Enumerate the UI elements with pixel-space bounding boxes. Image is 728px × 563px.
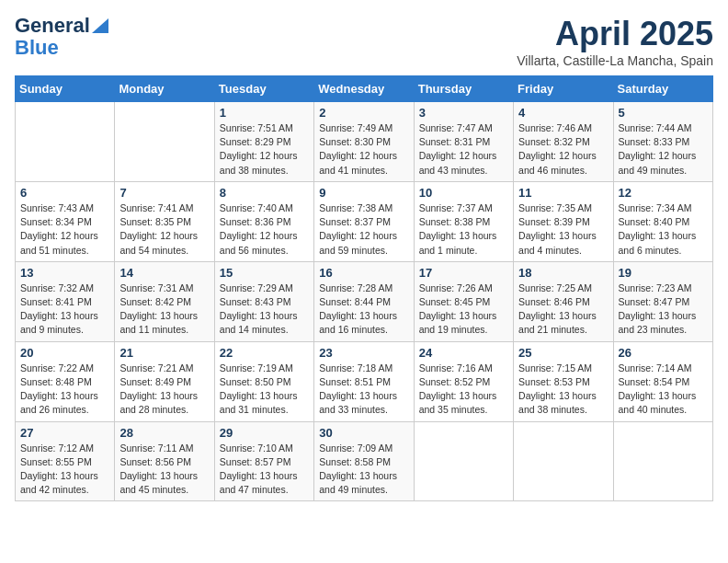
day-info: Sunrise: 7:47 AM Sunset: 8:31 PM Dayligh… <box>419 121 508 178</box>
calendar-cell: 19Sunrise: 7:23 AM Sunset: 8:47 PM Dayli… <box>613 261 712 341</box>
day-number: 26 <box>619 346 708 360</box>
calendar-cell: 18Sunrise: 7:25 AM Sunset: 8:46 PM Dayli… <box>514 261 613 341</box>
calendar-cell: 9Sunrise: 7:38 AM Sunset: 8:37 PM Daylig… <box>314 181 414 261</box>
calendar-cell: 3Sunrise: 7:47 AM Sunset: 8:31 PM Daylig… <box>414 102 513 182</box>
calendar-cell: 25Sunrise: 7:15 AM Sunset: 8:53 PM Dayli… <box>514 341 613 421</box>
day-number: 2 <box>319 106 408 120</box>
svg-marker-0 <box>92 18 108 33</box>
day-number: 19 <box>619 266 708 280</box>
col-header-monday: Monday <box>115 76 214 102</box>
calendar-cell: 2Sunrise: 7:49 AM Sunset: 8:30 PM Daylig… <box>314 102 414 182</box>
calendar-cell: 8Sunrise: 7:40 AM Sunset: 8:36 PM Daylig… <box>214 181 313 261</box>
day-number: 27 <box>20 426 109 440</box>
day-number: 14 <box>119 266 209 280</box>
col-header-friday: Friday <box>514 76 613 102</box>
day-number: 18 <box>518 266 608 280</box>
day-info: Sunrise: 7:25 AM Sunset: 8:46 PM Dayligh… <box>518 282 608 338</box>
day-info: Sunrise: 7:28 AM Sunset: 8:44 PM Dayligh… <box>319 282 408 338</box>
day-number: 3 <box>419 106 508 120</box>
day-number: 11 <box>518 186 608 200</box>
location-subtitle: Villarta, Castille-La Mancha, Spain <box>517 53 713 68</box>
day-number: 9 <box>319 186 408 200</box>
day-info: Sunrise: 7:26 AM Sunset: 8:45 PM Dayligh… <box>419 282 508 338</box>
day-info: Sunrise: 7:18 AM Sunset: 8:51 PM Dayligh… <box>319 362 408 418</box>
day-number: 28 <box>119 426 209 440</box>
calendar-week-1: 1Sunrise: 7:51 AM Sunset: 8:29 PM Daylig… <box>16 102 713 182</box>
col-header-thursday: Thursday <box>414 76 513 102</box>
day-number: 12 <box>619 186 708 200</box>
day-info: Sunrise: 7:12 AM Sunset: 8:55 PM Dayligh… <box>20 442 109 498</box>
day-info: Sunrise: 7:11 AM Sunset: 8:56 PM Dayligh… <box>119 442 209 498</box>
calendar-cell: 30Sunrise: 7:09 AM Sunset: 8:58 PM Dayli… <box>314 421 414 501</box>
day-info: Sunrise: 7:41 AM Sunset: 8:35 PM Dayligh… <box>119 201 209 258</box>
col-header-saturday: Saturday <box>613 76 712 102</box>
day-info: Sunrise: 7:44 AM Sunset: 8:33 PM Dayligh… <box>619 121 708 178</box>
day-info: Sunrise: 7:09 AM Sunset: 8:58 PM Dayligh… <box>319 442 408 498</box>
day-number: 22 <box>220 346 309 360</box>
day-info: Sunrise: 7:14 AM Sunset: 8:54 PM Dayligh… <box>619 362 708 418</box>
logo-icon <box>92 15 108 33</box>
calendar-cell: 13Sunrise: 7:32 AM Sunset: 8:41 PM Dayli… <box>16 261 115 341</box>
calendar-cell: 14Sunrise: 7:31 AM Sunset: 8:42 PM Dayli… <box>115 261 214 341</box>
logo-blue: Blue <box>15 37 59 59</box>
day-info: Sunrise: 7:19 AM Sunset: 8:50 PM Dayligh… <box>220 362 309 418</box>
calendar-cell <box>613 421 712 501</box>
day-info: Sunrise: 7:40 AM Sunset: 8:36 PM Dayligh… <box>220 201 309 258</box>
day-info: Sunrise: 7:34 AM Sunset: 8:40 PM Dayligh… <box>619 201 708 258</box>
day-number: 10 <box>419 186 508 200</box>
calendar-cell: 12Sunrise: 7:34 AM Sunset: 8:40 PM Dayli… <box>613 181 712 261</box>
calendar-cell: 17Sunrise: 7:26 AM Sunset: 8:45 PM Dayli… <box>414 261 513 341</box>
day-number: 16 <box>319 266 408 280</box>
day-number: 13 <box>20 266 109 280</box>
day-number: 29 <box>220 426 309 440</box>
col-header-sunday: Sunday <box>16 76 115 102</box>
calendar-cell: 23Sunrise: 7:18 AM Sunset: 8:51 PM Dayli… <box>314 341 414 421</box>
calendar-cell <box>414 421 513 501</box>
day-info: Sunrise: 7:32 AM Sunset: 8:41 PM Dayligh… <box>20 282 109 338</box>
month-year-title: April 2025 <box>517 15 713 53</box>
day-number: 7 <box>119 186 209 200</box>
day-info: Sunrise: 7:46 AM Sunset: 8:32 PM Dayligh… <box>518 121 608 178</box>
calendar-cell <box>16 102 115 182</box>
day-number: 4 <box>518 106 608 120</box>
day-info: Sunrise: 7:51 AM Sunset: 8:29 PM Dayligh… <box>220 121 309 178</box>
header: General Blue April 2025 Villarta, Castil… <box>15 15 713 68</box>
calendar-cell: 27Sunrise: 7:12 AM Sunset: 8:55 PM Dayli… <box>16 421 115 501</box>
day-number: 8 <box>220 186 309 200</box>
calendar-cell: 15Sunrise: 7:29 AM Sunset: 8:43 PM Dayli… <box>214 261 313 341</box>
day-number: 23 <box>319 346 408 360</box>
calendar-table: SundayMondayTuesdayWednesdayThursdayFrid… <box>15 75 713 501</box>
day-info: Sunrise: 7:37 AM Sunset: 8:38 PM Dayligh… <box>419 201 508 258</box>
day-info: Sunrise: 7:35 AM Sunset: 8:39 PM Dayligh… <box>518 201 608 258</box>
calendar-week-3: 13Sunrise: 7:32 AM Sunset: 8:41 PM Dayli… <box>16 261 713 341</box>
logo: General Blue <box>15 15 108 59</box>
calendar-cell: 20Sunrise: 7:22 AM Sunset: 8:48 PM Dayli… <box>16 341 115 421</box>
day-number: 30 <box>319 426 408 440</box>
day-info: Sunrise: 7:29 AM Sunset: 8:43 PM Dayligh… <box>220 282 309 338</box>
day-info: Sunrise: 7:16 AM Sunset: 8:52 PM Dayligh… <box>419 362 508 418</box>
calendar-cell: 24Sunrise: 7:16 AM Sunset: 8:52 PM Dayli… <box>414 341 513 421</box>
col-header-tuesday: Tuesday <box>214 76 313 102</box>
calendar-cell: 21Sunrise: 7:21 AM Sunset: 8:49 PM Dayli… <box>115 341 214 421</box>
calendar-cell: 7Sunrise: 7:41 AM Sunset: 8:35 PM Daylig… <box>115 181 214 261</box>
day-number: 25 <box>518 346 608 360</box>
day-number: 5 <box>619 106 708 120</box>
day-info: Sunrise: 7:49 AM Sunset: 8:30 PM Dayligh… <box>319 121 408 178</box>
calendar-cell: 5Sunrise: 7:44 AM Sunset: 8:33 PM Daylig… <box>613 102 712 182</box>
calendar-week-4: 20Sunrise: 7:22 AM Sunset: 8:48 PM Dayli… <box>16 341 713 421</box>
calendar-cell: 4Sunrise: 7:46 AM Sunset: 8:32 PM Daylig… <box>514 102 613 182</box>
col-header-wednesday: Wednesday <box>314 76 414 102</box>
calendar-week-5: 27Sunrise: 7:12 AM Sunset: 8:55 PM Dayli… <box>16 421 713 501</box>
day-number: 17 <box>419 266 508 280</box>
calendar-cell <box>514 421 613 501</box>
day-number: 24 <box>419 346 508 360</box>
day-info: Sunrise: 7:22 AM Sunset: 8:48 PM Dayligh… <box>20 362 109 418</box>
day-info: Sunrise: 7:31 AM Sunset: 8:42 PM Dayligh… <box>119 282 209 338</box>
day-info: Sunrise: 7:43 AM Sunset: 8:34 PM Dayligh… <box>20 201 109 258</box>
calendar-header: SundayMondayTuesdayWednesdayThursdayFrid… <box>16 76 713 102</box>
day-number: 15 <box>220 266 309 280</box>
day-info: Sunrise: 7:21 AM Sunset: 8:49 PM Dayligh… <box>119 362 209 418</box>
day-number: 1 <box>220 106 309 120</box>
calendar-cell: 1Sunrise: 7:51 AM Sunset: 8:29 PM Daylig… <box>214 102 313 182</box>
calendar-cell: 22Sunrise: 7:19 AM Sunset: 8:50 PM Dayli… <box>214 341 313 421</box>
